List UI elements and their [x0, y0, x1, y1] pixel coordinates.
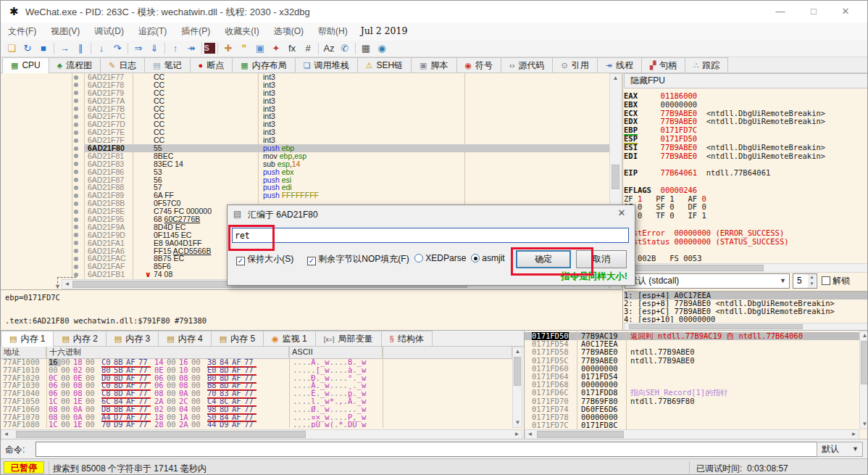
dump-tab-memory-2[interactable]: ▤内存 2	[53, 331, 106, 346]
dump-tab-watch-1[interactable]: ◉监视 1	[263, 331, 316, 346]
scroll-up-icon[interactable]: ▲	[513, 347, 522, 356]
close-button[interactable]: ✕	[830, 1, 861, 22]
dump-tab-memory-4[interactable]: ▤内存 4	[158, 331, 211, 346]
tab-handles[interactable]: ▞句柄	[641, 57, 685, 73]
breakpoint-dot-icon[interactable]	[74, 154, 78, 158]
tab-source[interactable]: ‹›源代码	[501, 57, 553, 73]
breakpoint-dot-icon[interactable]	[74, 202, 78, 206]
scroll-thumb[interactable]	[16, 431, 306, 438]
stepper-arrows-icon[interactable]: ▲▼	[808, 274, 816, 288]
toolbar-button-labels[interactable]: ▣	[252, 41, 268, 56]
register-row[interactable]: EDI 77B9ABE0 <ntdll.DbgUiRemoteBreakin>	[624, 152, 868, 161]
breakpoint-dot-icon[interactable]	[74, 99, 78, 103]
register-rows[interactable]: EAX 01186000EBX 00000000ECX 77B9ABE0 <nt…	[624, 92, 868, 263]
dialog-close-icon[interactable]: ✕	[613, 207, 630, 220]
tab-call-stack[interactable]: ❏调用堆栈	[295, 57, 358, 73]
stack-row[interactable]: 0171FD5877B9ABE0ntdll.77B9ABE0	[525, 348, 859, 356]
breakpoint-dot-icon[interactable]	[74, 257, 78, 261]
toolbar-button-comments[interactable]: ❞	[236, 41, 252, 56]
tab-notes[interactable]: ▤笔记	[144, 57, 190, 73]
breakpoint-dot-icon[interactable]	[74, 115, 78, 119]
menu-item-help[interactable]: 帮助(H)	[311, 22, 355, 41]
dump-tab-locals[interactable]: [x=]局部变量	[315, 331, 382, 346]
toolbar-button-patch[interactable]: ✚	[220, 41, 236, 56]
minimize-button[interactable]: —	[764, 1, 796, 22]
command-input[interactable]	[36, 442, 818, 457]
tab-threads[interactable]: ↠线程	[597, 57, 642, 73]
toolbar-button-strings-badge[interactable]: S	[204, 43, 215, 54]
scroll-up-icon[interactable]: ▲	[611, 74, 620, 83]
menu-item-options[interactable]: 选项(O)	[267, 22, 311, 41]
scroll-down-icon[interactable]: ▼	[860, 420, 868, 429]
breakpoint-dot-icon[interactable]	[74, 265, 78, 269]
tab-breakpoints[interactable]: ●断点	[190, 57, 233, 73]
stack-row[interactable]: 0171FD7800000000	[525, 413, 859, 421]
toolbar-button-step-into[interactable]: ↓	[93, 41, 109, 56]
radio-on-icon[interactable]	[471, 254, 480, 263]
calling-convention-select[interactable]: 默认 (stdcall) ▼	[625, 273, 790, 289]
hide-fpu-button[interactable]: 隐藏FPU	[624, 73, 868, 88]
tab-memory-map[interactable]: ▦内存布局	[232, 57, 295, 73]
toolbar-button-fx[interactable]: fx	[284, 41, 300, 56]
breakpoint-dot-icon[interactable]	[74, 225, 78, 229]
arguments-panel[interactable]: 1: [esp+4] A0C17EEA2: [esp+8] 77B9ABE0 <…	[624, 291, 868, 323]
tab-script[interactable]: ▣脚本	[411, 57, 456, 73]
stack-vscrollbar[interactable]: ▲ ▼	[859, 331, 868, 429]
column-header-extra[interactable]	[383, 347, 512, 358]
dump-tab-memory-1[interactable]: ▤内存 1	[1, 331, 54, 347]
column-header-ascii[interactable]: ASCII	[289, 347, 383, 358]
breakpoint-dot-icon[interactable]	[74, 139, 78, 143]
breakpoint-dot-icon[interactable]	[74, 83, 78, 87]
breakpoint-dot-icon[interactable]	[74, 210, 78, 214]
command-preset-select[interactable]: 默认 ▼	[817, 442, 863, 457]
toolbar-button-execute-till-return[interactable]: ⇓	[146, 41, 162, 56]
toolbar-button-step-out[interactable]: ↑	[167, 41, 183, 56]
breakpoint-dot-icon[interactable]	[74, 107, 78, 111]
tab-log[interactable]: ✎日志	[100, 57, 145, 73]
toolbar-button-stop[interactable]: ■	[36, 41, 51, 56]
menu-item-file[interactable]: 文件(F)	[1, 22, 43, 41]
breakpoint-dot-icon[interactable]	[74, 273, 78, 277]
toolbar-button-open-folder[interactable]: ❏	[4, 41, 20, 56]
breakpoint-dot-icon[interactable]	[74, 186, 78, 190]
dump-vscrollbar[interactable]: ▲ ▼	[512, 347, 522, 428]
toolbar-button-az-case[interactable]: Az	[321, 41, 337, 56]
tab-graph[interactable]: ♣流程图	[49, 57, 101, 73]
asmjit-radio[interactable]: asmjit	[471, 253, 505, 263]
dialog-title-bar[interactable]: ▤ 汇编于 6AD21F80 ✕	[228, 205, 635, 223]
menu-item-plugins[interactable]: 插件(P)	[174, 22, 217, 41]
toolbar-button-run-to-return[interactable]: ⇒	[130, 41, 146, 56]
column-header-hex[interactable]: 十六进制	[46, 347, 289, 358]
scroll-left-icon[interactable]: ◄	[525, 430, 535, 439]
disasm-row[interactable]: 6AD21F8653push ebx	[1, 168, 622, 176]
nop-fill-checkbox[interactable]: ✓ 剩余字节以NOP填充(F)	[307, 253, 409, 265]
column-header-address[interactable]: 地址	[1, 347, 46, 358]
tab-references[interactable]: ⊙引用	[552, 57, 597, 73]
breakpoint-dot-icon[interactable]	[74, 233, 78, 237]
checkbox-checked-icon[interactable]: ✓	[236, 257, 245, 265]
menu-item-trace[interactable]: 追踪(T)	[131, 22, 174, 41]
tab-cpu[interactable]: ▦CPU	[2, 57, 49, 73]
toolbar-button-favourite-tools[interactable]: ✦	[268, 41, 284, 56]
scroll-left-icon[interactable]: ◄	[62, 280, 72, 289]
tab-trace-tab[interactable]: ∴跟踪	[685, 57, 728, 73]
dump-hscrollbar[interactable]: ◄ ►	[1, 429, 522, 439]
stack-row[interactable]: 0171FD74D60FE6D6	[525, 405, 859, 413]
toolbar-button-report[interactable]: ✆	[337, 41, 353, 56]
scroll-up-icon[interactable]: ▲	[860, 331, 868, 340]
toolbar-button-run-to-user-code[interactable]: ↠	[183, 41, 199, 56]
breakpoint-dot-icon[interactable]	[74, 123, 78, 127]
toolbar-button-pause[interactable]: ∥	[72, 41, 88, 56]
breakpoint-dot-icon[interactable]	[74, 218, 78, 222]
scroll-thumb[interactable]	[537, 431, 624, 438]
dump-row[interactable]: 77AF101000000200805BAF770E001000E08DAF77…	[1, 366, 512, 374]
stack-row[interactable]: 0171FD6C0171FDD8指向SEH_Record[1]的指针	[525, 389, 859, 397]
dump-rows[interactable]: 77AF100016001800C08BAF77140016003884AF77…	[1, 358, 512, 428]
checkbox-icon[interactable]	[822, 276, 830, 285]
breakpoint-dot-icon[interactable]	[74, 170, 78, 174]
registers-hscrollbar[interactable]	[624, 263, 868, 273]
breakpoint-dot-icon[interactable]	[74, 91, 78, 95]
scroll-thumb[interactable]	[629, 324, 803, 329]
stack-hscrollbar[interactable]: ◄ ►	[525, 429, 859, 439]
register-row[interactable]: GS 002B FS 0053	[624, 255, 868, 263]
